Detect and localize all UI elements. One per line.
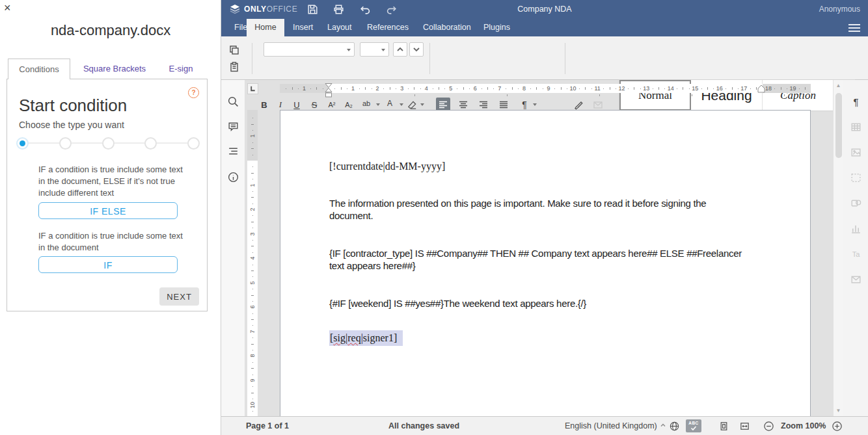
doc-paragraph-if-weekend[interactable]: {#IF [weekend] IS ##yes##}The weekend te… — [329, 297, 586, 310]
panel-subheading: Choose the type you want — [19, 120, 124, 130]
text-art-settings-icon: Ta — [850, 248, 862, 260]
zoom-out-icon[interactable] — [763, 421, 774, 432]
vertical-scrollbar[interactable]: ▲ ▼ — [833, 80, 843, 416]
shape-settings-icon — [850, 197, 862, 209]
menu-bar: File Home Insert Layout References Colla… — [221, 19, 868, 36]
scroll-up-icon[interactable]: ▲ — [834, 83, 843, 88]
search-icon[interactable] — [227, 96, 239, 108]
document-page[interactable]: [!currentdate|dd-MM-yyyy] The informatio… — [280, 110, 811, 416]
save-status: All changes saved — [388, 417, 459, 435]
editor-area: ONLYOFFICE Company NDA Anonymous File Ho… — [221, 0, 868, 435]
step-dot[interactable] — [102, 137, 115, 150]
next-button[interactable]: NEXT — [159, 287, 199, 306]
about-info-icon[interactable] — [227, 171, 239, 183]
paragraph-settings-icon[interactable]: ¶ — [850, 96, 862, 108]
scroll-down-icon[interactable]: ▼ — [834, 408, 843, 414]
if-else-description: IF a condition is true include some text… — [38, 164, 183, 199]
step-dot[interactable] — [144, 137, 157, 150]
image-settings-icon — [850, 146, 862, 159]
hamburger-menu-icon[interactable] — [848, 24, 860, 32]
app-header: ONLYOFFICE Company NDA Anonymous — [221, 0, 868, 19]
table-settings-icon — [850, 121, 862, 133]
comments-icon[interactable] — [227, 120, 239, 133]
doc-paragraph-currentdate[interactable]: [!currentdate|dd-MM-yyyy] — [329, 160, 445, 172]
tab-square-brackets[interactable]: Square Brackets — [75, 59, 154, 79]
zoom-in-icon[interactable] — [832, 421, 843, 432]
doc-paragraph-if-else[interactable]: {IF [contractor_type] IS ##Company## THE… — [329, 247, 742, 272]
spellcheck-toggle[interactable]: ABC — [686, 419, 701, 432]
chart-settings-icon — [850, 222, 862, 235]
tab-e-sign[interactable]: E-sign — [161, 59, 200, 79]
tab-conditions[interactable]: Conditions — [8, 59, 70, 79]
language-selector[interactable]: English (United Kingdom) — [565, 417, 657, 435]
print-icon[interactable] — [332, 3, 345, 16]
increase-font-size-button[interactable] — [393, 42, 407, 57]
doc-paragraph-signature[interactable]: [sig|req|signer1] — [329, 332, 403, 344]
if-else-button[interactable]: IF ELSE — [38, 202, 178, 219]
step-dot[interactable] — [59, 137, 72, 150]
menu-tab-layout[interactable]: Layout — [321, 19, 359, 36]
if-button[interactable]: IF — [38, 256, 178, 273]
logo-text-light: OFFICE — [267, 5, 298, 14]
menu-tab-plugins[interactable]: Plugins — [477, 19, 517, 36]
conditions-panel: ? Start condition Choose the type you wa… — [7, 79, 208, 311]
onlyoffice-logo: ONLYOFFICE — [229, 3, 297, 15]
document-language-icon[interactable] — [669, 421, 680, 432]
sidebar-doc-title: nda-company.docx — [0, 22, 221, 39]
close-icon[interactable]: × — [4, 1, 11, 14]
step-dot[interactable] — [187, 137, 200, 150]
redo-icon[interactable] — [386, 3, 398, 16]
toolbar: B I U S A² A₂ ab A 12 — [221, 36, 868, 80]
document-title: Company NDA — [517, 0, 571, 19]
fit-page-icon[interactable] — [718, 421, 729, 432]
panel-heading: Start condition — [19, 96, 127, 116]
paste-icon[interactable] — [227, 60, 241, 74]
help-icon[interactable]: ? — [188, 87, 199, 98]
app-window: × nda-company.docx Conditions Square Bra… — [0, 0, 868, 435]
fit-width-icon[interactable] — [739, 421, 750, 432]
menu-tab-references[interactable]: References — [360, 19, 415, 36]
navigation-icon[interactable] — [227, 145, 239, 157]
right-toolbar-strip: ¶ Ta — [843, 80, 868, 416]
doc-paragraph-info[interactable]: The information presented on this page i… — [329, 197, 706, 222]
selected-text[interactable]: [sig|req|signer1] — [329, 330, 403, 346]
mail-merge-settings-icon — [850, 273, 862, 285]
font-size-select[interactable] — [360, 42, 389, 57]
chevron-down-icon — [347, 49, 351, 51]
undo-icon[interactable] — [359, 3, 371, 16]
copy-icon[interactable] — [227, 43, 241, 57]
document-canvas[interactable]: [!currentdate|dd-MM-yyyy] The informatio… — [245, 80, 833, 416]
logo-layers-icon — [229, 3, 241, 15]
save-icon[interactable] — [306, 3, 319, 16]
chevron-down-icon — [381, 49, 385, 51]
page-count[interactable]: Page 1 of 1 — [246, 417, 289, 435]
status-bar: Page 1 of 1 All changes saved English (U… — [221, 416, 868, 435]
scrollbar-thumb[interactable] — [835, 93, 842, 158]
step-indicator — [16, 137, 200, 150]
font-name-select[interactable] — [264, 42, 355, 57]
if-description: IF a condition is true include some text… — [38, 230, 183, 254]
menu-tab-home[interactable]: Home — [247, 19, 284, 36]
step-dot-active[interactable] — [16, 137, 29, 150]
plugin-sidebar: × nda-company.docx Conditions Square Bra… — [0, 0, 221, 435]
user-name[interactable]: Anonymous — [819, 0, 860, 19]
decrease-font-size-button[interactable] — [409, 42, 424, 57]
menu-tab-insert[interactable]: Insert — [286, 19, 319, 36]
header-footer-settings-icon — [850, 172, 862, 184]
logo-text-bold: ONLY — [244, 5, 267, 14]
menu-tab-collaboration[interactable]: Collaboration — [416, 19, 478, 36]
zoom-level[interactable]: Zoom 100% — [781, 417, 826, 435]
left-toolbar-strip — [221, 80, 245, 416]
